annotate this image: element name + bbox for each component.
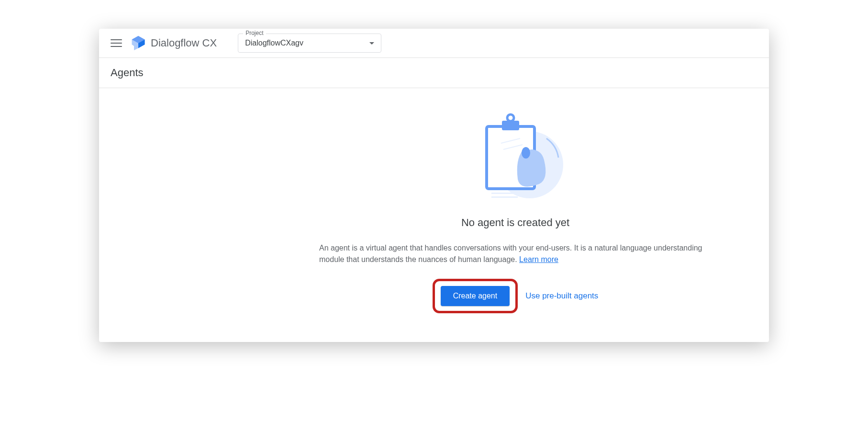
clipboard-illustration-icon — [463, 112, 568, 203]
dialogflow-logo-icon — [130, 34, 147, 52]
menu-icon[interactable] — [111, 37, 122, 49]
empty-state: No agent is created yet An agent is a vi… — [99, 88, 769, 342]
page-title-bar: Agents — [99, 58, 769, 88]
project-value: DialogflowCXagv — [245, 39, 303, 47]
chevron-down-icon — [369, 42, 374, 45]
svg-rect-7 — [491, 193, 525, 194]
svg-rect-8 — [491, 196, 518, 198]
svg-point-3 — [507, 114, 514, 121]
page-title: Agents — [111, 67, 144, 79]
project-label: Project — [243, 30, 266, 36]
empty-state-actions: Create agent Use pre-built agents — [433, 279, 599, 313]
svg-point-6 — [522, 147, 530, 159]
empty-state-description: An agent is a virtual agent that handles… — [319, 242, 712, 265]
app-header: Dialogflow CX Project DialogflowCXagv — [99, 29, 769, 58]
product-name: Dialogflow CX — [151, 37, 217, 49]
project-selector[interactable]: Project DialogflowCXagv — [238, 34, 381, 53]
highlight-annotation: Create agent — [433, 279, 518, 313]
empty-state-title: No agent is created yet — [461, 216, 569, 229]
product-logo: Dialogflow CX — [130, 34, 217, 52]
empty-state-desc-text: An agent is a virtual agent that handles… — [319, 244, 702, 263]
create-agent-button[interactable]: Create agent — [441, 286, 510, 306]
app-window: Dialogflow CX Project DialogflowCXagv Ag… — [99, 29, 769, 342]
learn-more-link[interactable]: Learn more — [519, 255, 558, 263]
use-prebuilt-agents-link[interactable]: Use pre-built agents — [525, 291, 598, 301]
